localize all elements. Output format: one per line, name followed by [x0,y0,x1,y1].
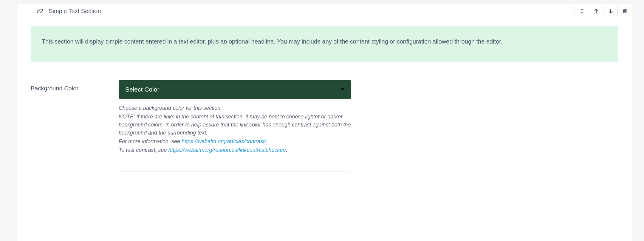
move-up-button[interactable] [589,4,603,18]
contrast-checker-link[interactable]: https://webaim.org/resources/linkcontras… [168,147,286,153]
arrow-up-icon [594,8,599,14]
background-color-label: Background Color [31,80,119,93]
section-body: This section will display simple content… [17,18,632,177]
delete-button[interactable] [617,4,632,18]
section-title: #2 Simple Text Section [31,4,575,18]
background-color-help: Choose a background color for this secti… [119,104,351,154]
background-color-control: Select Color Choose a background color f… [119,80,351,177]
minus-icon [22,9,27,13]
help-note: NOTE: if there are links in the content … [119,113,351,137]
background-color-selected: Select Color [125,85,159,94]
svg-rect-4 [623,10,626,13]
section-description: This section will display simple content… [31,26,618,62]
sort-icon [579,8,585,14]
contrast-info-link[interactable]: https://webaim.org/articles/contrast/ [182,138,266,144]
help-more: For more information, see https://webaim… [119,138,351,146]
arrow-down-icon [608,8,613,14]
caret-down-icon [340,87,345,92]
background-color-field: Background Color Select Color Choose a b… [31,80,618,177]
help-test: To test contrast, see https://webaim.org… [119,146,351,154]
background-color-select[interactable]: Select Color [119,80,351,99]
collapse-toggle[interactable] [17,4,31,18]
help-line-1: Choose a background color for this secti… [119,104,351,112]
trash-icon [622,8,628,14]
move-down-button[interactable] [603,4,617,18]
section-panel: #2 Simple Text Section [17,4,632,241]
next-field-peek [119,172,351,177]
svg-marker-7 [341,89,344,91]
section-header: #2 Simple Text Section [17,4,632,18]
section-index: #2 [37,7,43,16]
section-title-text: Simple Text Section [49,7,101,16]
reorder-handle[interactable] [575,4,589,18]
